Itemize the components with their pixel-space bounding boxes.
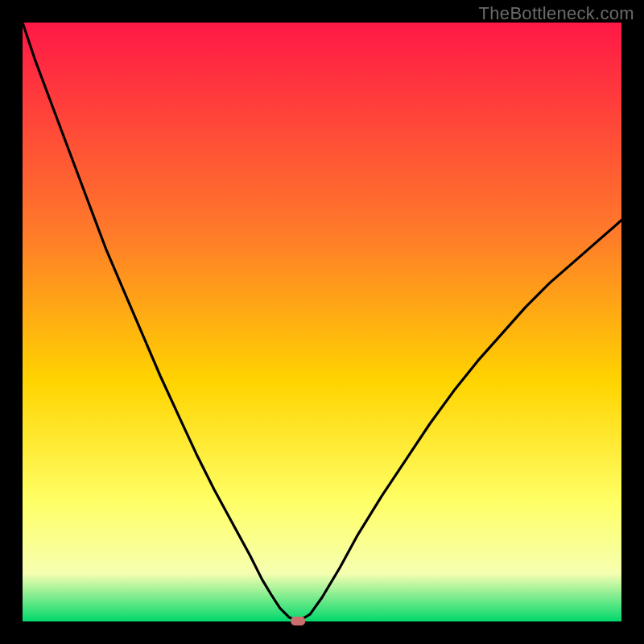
chart-plot-background <box>23 23 621 621</box>
bottleneck-chart <box>0 0 644 644</box>
optimum-marker <box>291 617 305 625</box>
chart-container: TheBottleneck.com <box>0 0 644 644</box>
watermark-text: TheBottleneck.com <box>479 3 634 24</box>
